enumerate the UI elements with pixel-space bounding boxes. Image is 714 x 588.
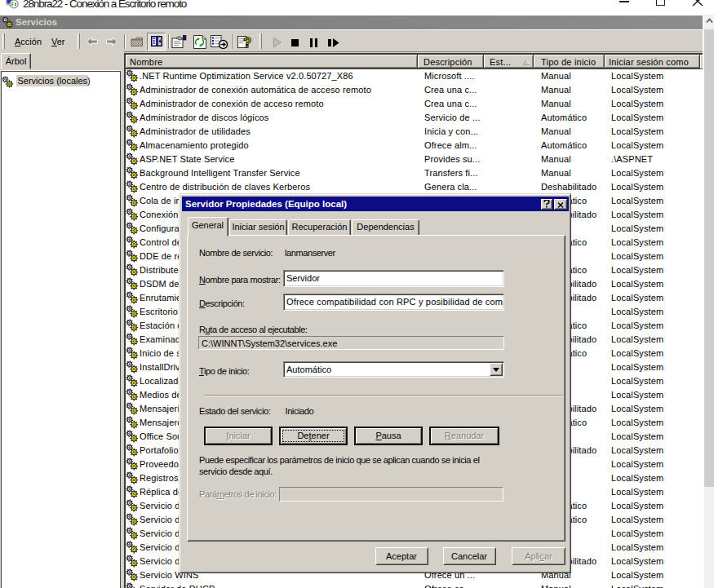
svg-text:?: ? [243, 35, 251, 51]
